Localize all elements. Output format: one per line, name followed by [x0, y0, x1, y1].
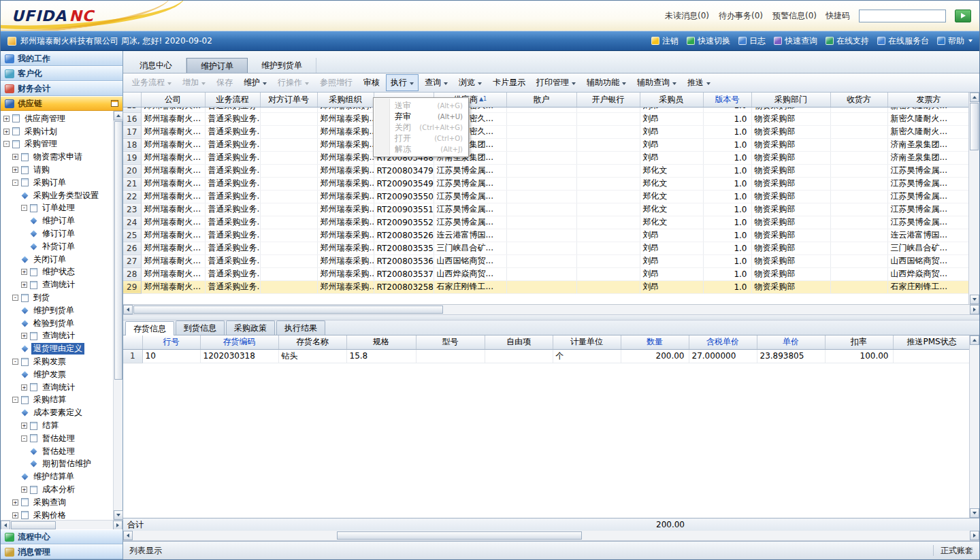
toolbar-button-查询[interactable]: 查询: [420, 74, 453, 91]
column-header-行号[interactable]: 行号: [142, 335, 200, 349]
toolbar-button-卡片显示[interactable]: 卡片显示: [488, 74, 530, 91]
tree-item[interactable]: +成本分析: [1, 483, 113, 496]
order-row[interactable]: 24郑州瑞泰耐火...普通采购业务...郑州瑞泰采购...RT200903552…: [123, 216, 968, 229]
tree-item[interactable]: +维护状态: [1, 266, 113, 279]
scroll-left-button[interactable]: [1, 521, 10, 530]
tree-vertical-scrollbar[interactable]: [113, 111, 122, 520]
expand-box-icon[interactable]: +: [21, 487, 27, 493]
column-header-业务流程[interactable]: 业务流程: [205, 93, 260, 107]
toolbar-button-保存[interactable]: 保存: [212, 74, 238, 91]
collapse-box-icon[interactable]: -: [21, 435, 27, 442]
tree-horizontal-scrollbar[interactable]: [1, 520, 122, 529]
expand-box-icon[interactable]: +: [3, 116, 10, 122]
detail-tab-采购政策[interactable]: 采购政策: [226, 320, 275, 335]
detail-horizontal-scrollbar[interactable]: [123, 531, 979, 541]
column-header-存货编码[interactable]: 存货编码: [200, 335, 278, 349]
tree-item[interactable]: 检验到货单: [1, 317, 113, 330]
tab-维护订单[interactable]: 维护订单: [186, 58, 248, 73]
tree-item[interactable]: 修订订单: [1, 227, 113, 240]
tree-item[interactable]: +查询统计: [1, 381, 113, 394]
tree-item[interactable]: -采购结算: [1, 394, 113, 407]
scroll-thumb[interactable]: [11, 521, 56, 529]
detail-vertical-scrollbar[interactable]: [969, 335, 979, 518]
scroll-up-button[interactable]: [114, 111, 123, 120]
column-header-版本号[interactable]: 版本号: [703, 93, 751, 107]
collapse-box-icon[interactable]: -: [3, 141, 10, 147]
expand-box-icon[interactable]: +: [12, 499, 18, 506]
sidebar-module-消息管理[interactable]: 消息管理: [1, 544, 122, 559]
sidebar-module-财务会计[interactable]: 财务会计: [1, 81, 122, 96]
detail-tab-执行结果[interactable]: 执行结果: [276, 320, 325, 335]
column-header-采购员[interactable]: 采购员: [640, 93, 703, 107]
sidebar-module-供应链[interactable]: 供应链: [1, 96, 122, 111]
tree-item[interactable]: 关闭订单: [1, 253, 113, 266]
topbar-link[interactable]: 待办事务(0): [719, 10, 763, 22]
tree-item[interactable]: 采购业务类型设置: [1, 189, 113, 202]
topbar-link[interactable]: 预警信息(0): [772, 10, 817, 22]
order-row[interactable]: 16郑州瑞泰耐火...普通采购业务...郑州瑞泰采购...河南省新密久...刘昂…: [123, 112, 968, 125]
tree-item[interactable]: 暂估处理: [1, 445, 113, 458]
scroll-right-button[interactable]: [113, 521, 122, 530]
tree-item[interactable]: 维护到货单: [1, 304, 113, 317]
tree-item[interactable]: 期初暂估维护: [1, 458, 113, 471]
sidebar-module-客户化[interactable]: 客户化: [1, 66, 122, 81]
scroll-up-button[interactable]: [970, 335, 979, 345]
tab-维护到货单[interactable]: 维护到货单: [248, 58, 316, 73]
column-header-计量单位[interactable]: 计量单位: [553, 335, 621, 349]
shortcut-code-input[interactable]: [859, 10, 946, 22]
column-header-散户[interactable]: 散户: [506, 93, 576, 107]
column-header-推送PMS状态[interactable]: 推送PMS状态: [893, 335, 969, 349]
order-row[interactable]: 28郑州瑞泰耐火...普通采购业务...郑州瑞泰采购...RT200803537…: [123, 267, 968, 280]
tree-item[interactable]: 成本要素定义: [1, 406, 113, 419]
userbar-action-快速查询[interactable]: 快速查询: [774, 35, 817, 47]
toolbar-button-增加[interactable]: 增加: [178, 74, 210, 91]
expand-box-icon[interactable]: +: [21, 384, 27, 391]
order-row[interactable]: 21郑州瑞泰耐火...普通采购业务...郑州瑞泰采购...RT200903549…: [123, 177, 968, 190]
toolbar-button-业务流程[interactable]: 业务流程: [127, 74, 176, 91]
userbar-action-在线支持[interactable]: 在线支持: [826, 35, 869, 47]
column-header-型号[interactable]: 型号: [416, 335, 485, 349]
expand-box-icon[interactable]: +: [12, 167, 18, 173]
collapse-box-icon[interactable]: -: [12, 295, 18, 301]
tree-item[interactable]: 维护订单: [1, 214, 113, 227]
tree-item[interactable]: +采购计划: [1, 125, 113, 138]
order-row[interactable]: 15郑州瑞泰耐火...普通采购业务...郑州瑞泰采购...河南省新密久...刘昂…: [123, 107, 968, 112]
tab-消息中心[interactable]: 消息中心: [126, 58, 186, 73]
tree-item[interactable]: 退货理由定义: [1, 342, 113, 355]
scroll-right-button[interactable]: [970, 305, 979, 314]
tree-item[interactable]: -暂估处理: [1, 432, 113, 445]
scroll-down-button[interactable]: [114, 510, 123, 520]
toolbar-button-浏览[interactable]: 浏览: [454, 74, 487, 91]
order-row[interactable]: 27郑州瑞泰耐火...普通采购业务...郑州瑞泰采购...RT200803536…: [123, 254, 968, 267]
toolbar-button-执行[interactable]: 执行: [386, 74, 419, 91]
column-header-单价[interactable]: 单价: [757, 335, 825, 349]
tree-item[interactable]: -采购管理: [1, 138, 113, 151]
column-header-自由项[interactable]: 自由项: [485, 335, 553, 349]
scroll-left-button[interactable]: [123, 531, 133, 540]
detail-tab-到货信息[interactable]: 到货信息: [176, 320, 225, 335]
shortcut-go-button[interactable]: [955, 10, 971, 22]
tree-item[interactable]: +查询统计: [1, 330, 113, 343]
expand-box-icon[interactable]: +: [21, 333, 27, 339]
tree-item[interactable]: -采购发票: [1, 355, 113, 368]
sidebar-module-流程中心[interactable]: 流程中心: [1, 529, 122, 544]
column-header-发票方[interactable]: 发票方: [887, 93, 968, 107]
sidebar-module-我的工作[interactable]: 我的工作: [1, 51, 122, 66]
tree-item[interactable]: -订单处理: [1, 202, 113, 215]
tree-item[interactable]: +查询统计: [1, 278, 113, 291]
detail-tab-存货信息[interactable]: 存货信息: [125, 321, 174, 335]
column-header-对方订单号[interactable]: 对方订单号: [260, 93, 317, 107]
tree-item[interactable]: -采购订单: [1, 176, 113, 189]
order-row[interactable]: 22郑州瑞泰耐火...普通采购业务...郑州瑞泰采购...RT200903550…: [123, 190, 968, 203]
toolbar-button-维护[interactable]: 维护: [239, 74, 272, 91]
column-header-含税单价[interactable]: 含税单价: [689, 335, 757, 349]
scroll-down-button[interactable]: [970, 508, 979, 518]
userbar-action-注销[interactable]: 注销: [651, 35, 679, 47]
scroll-up-button[interactable]: [970, 93, 979, 102]
order-row[interactable]: 17郑州瑞泰耐火...普通采购业务...郑州瑞泰采购...河南省新密久...刘昂…: [123, 125, 968, 138]
scroll-thumb[interactable]: [114, 121, 122, 380]
order-row[interactable]: 18郑州瑞泰耐火...普通采购业务...郑州瑞泰采购...济南圣泉集团...刘昂…: [123, 138, 968, 151]
collapse-box-icon[interactable]: -: [21, 205, 27, 211]
column-header-采购组织[interactable]: 采购组织: [317, 93, 374, 107]
expand-box-icon[interactable]: +: [12, 512, 18, 518]
